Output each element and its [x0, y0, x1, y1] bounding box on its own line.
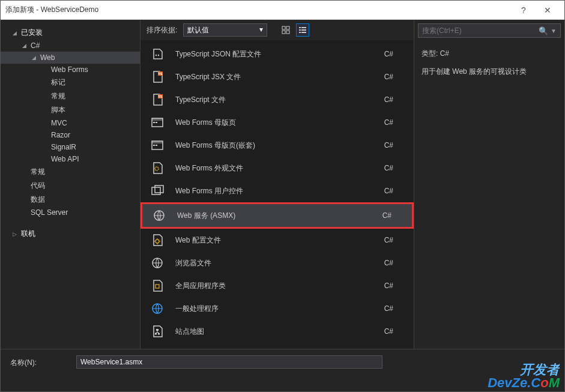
sidebar-online-label: 联机 — [21, 229, 35, 239]
ts-icon: TS — [149, 91, 166, 108]
svg-text:TS: TS — [158, 72, 163, 76]
template-list[interactable]: TypeScript JSON 配置文件 C# TS TypeScript JS… — [140, 40, 414, 349]
sidebar-item[interactable]: 脚本 — [1, 103, 140, 117]
sidebar-installed-label: 已安装 — [21, 28, 43, 38]
sidebar-item[interactable]: ◢C# — [1, 40, 140, 52]
template-row[interactable]: TypeScript JSON 配置文件 C# — [140, 43, 414, 65]
chevron-icon: ◢ — [22, 43, 31, 49]
sidebar-online[interactable]: ▷ 联机 — [1, 227, 140, 241]
sidebar-item-label: 脚本 — [51, 105, 65, 115]
sidebar-item[interactable]: 常规 — [1, 89, 140, 103]
sidebar-item[interactable]: SQL Server — [1, 207, 140, 219]
titlebar: 添加新项 - WebServiceDemo ? ✕ — [1, 1, 564, 20]
template-label: Web Forms 母版页(嵌套) — [175, 140, 384, 151]
sidebar-item-label: Web Forms — [51, 65, 88, 74]
template-label: Web 服务 (ASMX) — [177, 211, 382, 221]
sidebar-item[interactable]: MVC — [1, 117, 140, 129]
bottom-bar: 名称(N): 开发者 DevZe.CoM — [1, 349, 564, 392]
template-row[interactable]: Web Forms 母版页 C# — [140, 111, 414, 134]
template-row[interactable]: Web 配置文件 C# — [140, 229, 414, 252]
sort-dropdown[interactable]: 默认值 ▾ — [183, 23, 267, 37]
template-row[interactable]: TS TypeScript 文件 C# — [140, 88, 414, 111]
template-row[interactable]: 全局应用程序类 C# — [140, 274, 414, 297]
watermark: 开发者 DevZe.CoM — [488, 363, 560, 390]
svg-rect-19 — [156, 122, 157, 123]
skin-icon — [149, 160, 166, 176]
svg-rect-33 — [155, 333, 157, 335]
svg-point-10 — [156, 55, 157, 56]
globe-icon — [151, 207, 168, 224]
svg-rect-3 — [286, 31, 289, 34]
template-lang: C# — [384, 236, 405, 244]
sidebar-item-label: 代码 — [31, 181, 45, 191]
svg-rect-8 — [299, 32, 301, 33]
template-label: 站点地图 — [175, 327, 384, 337]
search-icon: 🔍 — [539, 26, 548, 35]
svg-rect-25 — [152, 187, 160, 194]
sidebar-item[interactable]: Razor — [1, 129, 140, 141]
template-row[interactable]: Web Forms 用户控件 C# — [140, 179, 414, 202]
template-row[interactable]: 浏览器文件 C# — [140, 252, 414, 274]
globe-blue-icon — [149, 300, 166, 317]
template-lang: C# — [384, 187, 405, 195]
template-label: TypeScript JSX 文件 — [175, 72, 384, 82]
template-lang: C# — [384, 164, 405, 172]
chevron-down-icon: ◢ — [13, 30, 21, 36]
template-row[interactable]: Web Forms 外观文件 C# — [140, 157, 414, 179]
sidebar-item[interactable]: 标记 — [1, 76, 140, 89]
template-row[interactable]: Web Forms 母版页(嵌套) C# — [140, 134, 414, 157]
help-button[interactable]: ? — [512, 1, 536, 20]
sidebar-item[interactable]: 常规 — [1, 165, 140, 179]
right-panel: 🔍 ▼ 类型: C# 用于创建 Web 服务的可视设计类 — [414, 20, 564, 349]
chevron-down-icon: ▾ — [259, 25, 263, 34]
sidebar-item[interactable]: Web API — [1, 153, 140, 165]
template-row[interactable]: TS TypeScript JSX 文件 C# — [140, 65, 414, 88]
sidebar-item[interactable]: ◢Web — [1, 52, 140, 64]
svg-rect-32 — [156, 329, 159, 331]
master-icon — [149, 137, 166, 154]
svg-rect-5 — [301, 27, 306, 28]
view-list-button[interactable] — [296, 23, 309, 37]
template-row[interactable]: 站点地图 C# — [140, 320, 414, 343]
template-label: Web Forms 外观文件 — [175, 163, 384, 173]
sidebar-item-label: Web — [40, 53, 55, 62]
close-button[interactable]: ✕ — [536, 1, 560, 20]
template-lang: C# — [384, 95, 405, 104]
svg-rect-34 — [158, 333, 160, 335]
globe-icon — [149, 255, 166, 271]
template-label: TypeScript 文件 — [175, 95, 384, 105]
template-lang: C# — [384, 50, 405, 58]
name-input[interactable] — [76, 355, 382, 369]
center-toolbar: 排序依据: 默认值 ▾ — [140, 20, 414, 40]
template-label: TypeScript JSON 配置文件 — [175, 49, 384, 59]
template-row[interactable]: 一般处理程序 C# — [140, 297, 414, 320]
svg-text:TS: TS — [158, 95, 163, 98]
info-description: 用于创建 Web 服务的可视设计类 — [421, 65, 557, 79]
sidebar-installed[interactable]: ◢ 已安装 — [1, 26, 140, 40]
svg-rect-9 — [301, 32, 306, 33]
sort-label: 排序依据: — [147, 25, 177, 35]
info-type: 类型: C# — [421, 47, 557, 61]
chevron-icon: ◢ — [32, 55, 40, 61]
template-lang: C# — [384, 327, 405, 336]
name-label: 名称(N): — [10, 355, 76, 368]
svg-point-28 — [156, 240, 159, 243]
template-lang: C# — [384, 141, 405, 149]
master-icon — [149, 114, 166, 131]
search-box[interactable]: 🔍 ▼ — [418, 23, 561, 38]
chevron-down-icon[interactable]: ▼ — [551, 28, 557, 34]
svg-rect-30 — [156, 285, 159, 288]
ts-icon: TS — [149, 68, 166, 85]
svg-rect-26 — [155, 185, 163, 193]
sidebar-item[interactable]: 数据 — [1, 193, 140, 207]
template-label: Web Forms 母版页 — [175, 118, 384, 128]
sidebar-item[interactable]: Web Forms — [1, 64, 140, 76]
sidebar-item[interactable]: 代码 — [1, 179, 140, 193]
view-grid-button[interactable] — [279, 23, 292, 37]
svg-rect-18 — [153, 122, 155, 123]
sidebar-item[interactable]: SignalR — [1, 141, 140, 153]
template-row[interactable]: Web 服务 (ASMX) C# — [140, 202, 414, 229]
search-input[interactable] — [422, 26, 539, 35]
svg-rect-17 — [152, 118, 163, 121]
svg-rect-2 — [282, 31, 285, 34]
